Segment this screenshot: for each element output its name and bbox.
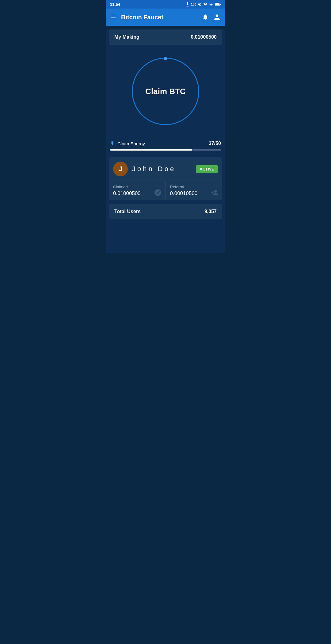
- claim-energy-section: Claim Energy 37/50: [106, 137, 225, 153]
- claim-btc-button[interactable]: Claim BTC: [132, 58, 199, 125]
- battery-label-icon: 100: [191, 3, 196, 6]
- claimed-stat-box: Claimed 0.01000500: [109, 181, 166, 200]
- claim-section: Claim BTC: [106, 48, 225, 137]
- my-making-label: My Making: [114, 34, 139, 40]
- user-card: J John Doe ACTIVE Claimed 0.01000500 Ref…: [109, 157, 222, 200]
- my-making-value: 0.01000500: [191, 34, 217, 40]
- claim-circle-wrapper: Claim BTC: [132, 58, 199, 125]
- download-icon: [186, 2, 189, 6]
- status-icons: 100: [186, 2, 221, 6]
- svg-rect-3: [220, 4, 221, 5]
- app-bar: ☰ Bitcoin Faucet: [106, 9, 225, 26]
- claim-energy-header: Claim Energy 37/50: [110, 140, 221, 147]
- lightning-icon: [110, 140, 115, 147]
- user-header: J John Doe ACTIVE: [109, 157, 222, 181]
- status-time: 11:54: [110, 2, 120, 7]
- referral-icon: [211, 189, 219, 197]
- progress-bar-container: [110, 149, 221, 151]
- app-title: Bitcoin Faucet: [121, 14, 202, 21]
- claim-btc-text: Claim BTC: [145, 87, 185, 96]
- user-stats: Claimed 0.01000500 Referral 0.00010500: [109, 181, 222, 200]
- mute-icon: [198, 2, 202, 6]
- progress-bar-fill: [110, 149, 192, 151]
- active-status-badge: ACTIVE: [196, 165, 218, 173]
- claim-energy-value: 37/50: [209, 141, 221, 146]
- user-name: John Doe: [132, 165, 196, 173]
- claim-energy-left: Claim Energy: [110, 140, 145, 147]
- battery-icon: [215, 2, 221, 6]
- notification-icon[interactable]: [202, 14, 209, 21]
- total-users-label: Total Users: [114, 209, 141, 214]
- claim-energy-label: Claim Energy: [117, 141, 145, 146]
- airplane-icon: [209, 2, 213, 6]
- svg-rect-2: [215, 3, 219, 5]
- total-users-card: Total Users 9,057: [109, 204, 222, 219]
- claimed-icon: [154, 189, 162, 197]
- total-users-value: 9,057: [204, 209, 217, 214]
- svg-rect-0: [186, 6, 189, 6]
- user-avatar: J: [113, 162, 128, 176]
- main-content: My Making 0.01000500 Claim BTC Claim Ene…: [106, 29, 225, 253]
- referral-stat-box: Referral 0.00010500: [166, 181, 223, 200]
- status-bar: 11:54 100: [106, 0, 225, 9]
- menu-icon[interactable]: ☰: [111, 13, 116, 21]
- wifi-icon: [203, 2, 207, 6]
- app-bar-icons: [202, 14, 220, 21]
- profile-icon[interactable]: [214, 14, 220, 21]
- my-making-card: My Making 0.01000500: [109, 29, 222, 45]
